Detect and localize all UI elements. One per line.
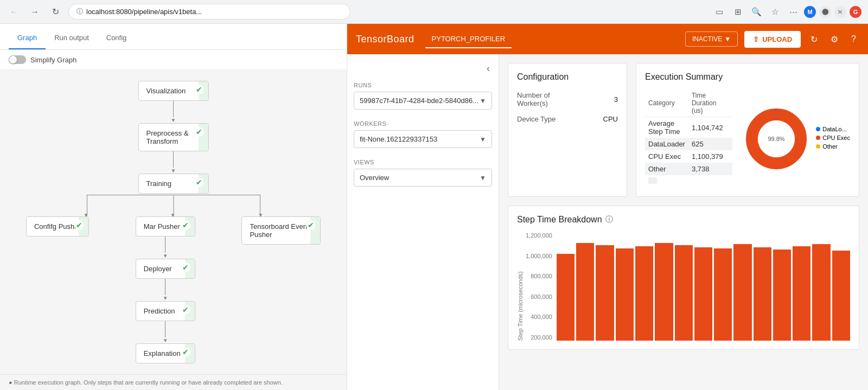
bar-6: [655, 243, 673, 341]
donut-container: 99.8% DataLo... CPU Exec: [741, 89, 850, 188]
bar-1: [557, 254, 575, 341]
node-deployer-check: ✔: [181, 263, 190, 272]
m-extension-icon[interactable]: M: [804, 6, 816, 18]
profile-icon[interactable]: G: [850, 6, 861, 18]
step-title-text: Step Time Breakdown: [517, 215, 602, 225]
tab-run-output[interactable]: Run output: [46, 27, 98, 49]
url-text: localhost:8080/pipeline/apis/v1beta...: [86, 8, 202, 16]
config-val-workers: 3: [614, 95, 618, 104]
runs-dropdown[interactable]: 59987c7f-41b7-4284-bde2-5840d86... ▼: [354, 92, 492, 110]
exec-extra-placeholder: [648, 177, 657, 184]
simplify-row: Simplify Graph: [0, 50, 347, 70]
legend-dot-other: [816, 144, 820, 149]
bookmark-button[interactable]: ☆: [767, 4, 782, 20]
bottom-notice: ● Runtime execution graph. Only steps th…: [0, 374, 347, 390]
browser-actions: ▭ ⊞ 🔍 ☆ ⋯ M ⬤ ⛌ G: [712, 4, 861, 20]
node-preprocess-check: ✔: [194, 127, 204, 137]
node-training-check: ✔: [194, 177, 204, 187]
exec-cell-dl-label: DataLoader: [645, 138, 688, 150]
branch-mar-pusher: Mar Pusher ✔ ▼ Deployer ✔: [136, 216, 195, 363]
step-help-icon[interactable]: ⓘ: [605, 215, 613, 225]
tb-settings-button[interactable]: ⚙: [827, 31, 841, 48]
donut-chart-svg: 99.8%: [741, 104, 812, 174]
inactive-button[interactable]: INACTIVE ▼: [685, 31, 738, 47]
extensions-button[interactable]: ⋯: [786, 4, 801, 20]
mar-arrow: ▼: [163, 253, 168, 259]
tab-graph[interactable]: Graph: [9, 27, 46, 49]
node-visualization[interactable]: Visualization ✔: [138, 81, 209, 101]
exec-cell-avg-label: AverageStep Time: [645, 117, 688, 138]
upload-button[interactable]: ⇧ UPLOAD: [744, 31, 801, 48]
tab-config[interactable]: Config: [98, 27, 136, 49]
bar-2: [576, 243, 594, 341]
lock-icon: ⓘ: [76, 7, 83, 16]
exec-card: Execution Summary Category Time Duration…: [636, 63, 859, 197]
step-title: Step Time Breakdown ⓘ: [517, 215, 850, 225]
inactive-dropdown-icon: ▼: [724, 35, 731, 43]
tb-logo: TensorBoard: [356, 34, 414, 45]
node-preprocess[interactable]: Preprocess &Transform ✔: [138, 123, 209, 151]
prediction-line: [165, 321, 165, 337]
workers-dropdown[interactable]: fit-None.1621229337153 ▼: [354, 130, 492, 148]
exec-cell-cpu-val: 1,100,379: [688, 150, 732, 163]
runs-value: 59987c7f-41b7-4284-bde2-5840d86...: [360, 97, 478, 105]
exec-cell-other-val: 3,738: [688, 163, 732, 175]
node-config-pusher-check: ✔: [74, 220, 84, 230]
node-visualization-check: ✔: [194, 85, 204, 94]
node-mar-pusher-check: ✔: [181, 220, 190, 230]
exec-row-extra: [645, 175, 732, 188]
config-row-device: Device Type CPU: [517, 113, 618, 125]
grid-button[interactable]: ⊞: [730, 4, 745, 20]
cast-button[interactable]: ▭: [712, 4, 727, 20]
config-key-device: Device Type: [517, 115, 556, 123]
node-training[interactable]: Training ✔: [138, 174, 209, 194]
node-tensorboard-events[interactable]: Tensorboard EventsPusher ✔: [241, 216, 321, 245]
bar-9: [714, 248, 732, 341]
tb-body: ‹ Runs 59987c7f-41b7-4284-bde2-5840d86..…: [347, 54, 868, 390]
bar-14: [812, 244, 830, 341]
tb-refresh-button[interactable]: ↻: [807, 31, 821, 48]
node-prediction[interactable]: Prediction ✔: [136, 301, 195, 321]
forward-button[interactable]: →: [27, 4, 42, 20]
address-bar[interactable]: ⓘ localhost:8080/pipeline/apis/v1beta...: [68, 4, 350, 20]
deployer-arrow: ▼: [163, 295, 168, 301]
exec-cell-cpu-label: CPU Exec: [645, 150, 688, 163]
node-visualization-label: Visualization: [146, 87, 201, 95]
tb-nav-pytorch[interactable]: PYTORCH_PROFILER: [425, 30, 512, 48]
exec-table: Category Time Duration (us) AverageStep …: [645, 89, 732, 188]
node-mar-pusher[interactable]: Mar Pusher ✔: [136, 216, 195, 236]
connector1: ▼: [171, 101, 176, 123]
views-dropdown[interactable]: Overview ▼: [354, 169, 492, 187]
y-axis-title: Step Time (microseconds): [517, 232, 524, 341]
exec-content: Category Time Duration (us) AverageStep …: [645, 89, 850, 188]
tb-collapse-button[interactable]: ‹: [484, 61, 492, 76]
node-training-label: Training: [146, 180, 201, 188]
node-deployer[interactable]: Deployer ✔: [136, 259, 195, 279]
search-button[interactable]: 🔍: [749, 4, 764, 20]
step-card: Step Time Breakdown ⓘ Step Time (microse…: [508, 206, 859, 350]
node-config-pusher[interactable]: Confifg Pusher ✔: [26, 216, 89, 236]
puzzle-extension-icon[interactable]: ⛌: [834, 6, 846, 18]
reload-button[interactable]: ↻: [48, 4, 63, 20]
mar-line: [165, 236, 165, 253]
y-label-3: 600,000: [526, 293, 552, 300]
bar-4: [616, 248, 634, 341]
node-tensorboard-check: ✔: [306, 220, 316, 230]
circle-extension-icon[interactable]: ⬤: [819, 6, 831, 18]
views-value: Overview: [360, 174, 389, 182]
exec-row-avg: AverageStep Time 1,104,742: [645, 117, 732, 138]
node-prediction-check: ✔: [181, 305, 190, 315]
exec-title: Execution Summary: [645, 72, 850, 82]
legend-label-other: Other: [822, 143, 838, 150]
bar-5: [635, 246, 653, 341]
back-button[interactable]: ←: [7, 4, 22, 20]
legend-dot-cpu: [816, 136, 820, 140]
inactive-label: INACTIVE: [692, 35, 722, 43]
tb-header-right: INACTIVE ▼ ⇧ UPLOAD ↻ ⚙ ?: [685, 31, 859, 48]
simplify-toggle[interactable]: [9, 55, 26, 64]
tb-help-button[interactable]: ?: [848, 31, 859, 47]
workers-label: Workers: [354, 120, 492, 127]
views-dropdown-arrow: ▼: [480, 174, 486, 182]
node-explanation[interactable]: Explanation ✔: [136, 343, 195, 363]
toggle-knob: [9, 56, 17, 63]
